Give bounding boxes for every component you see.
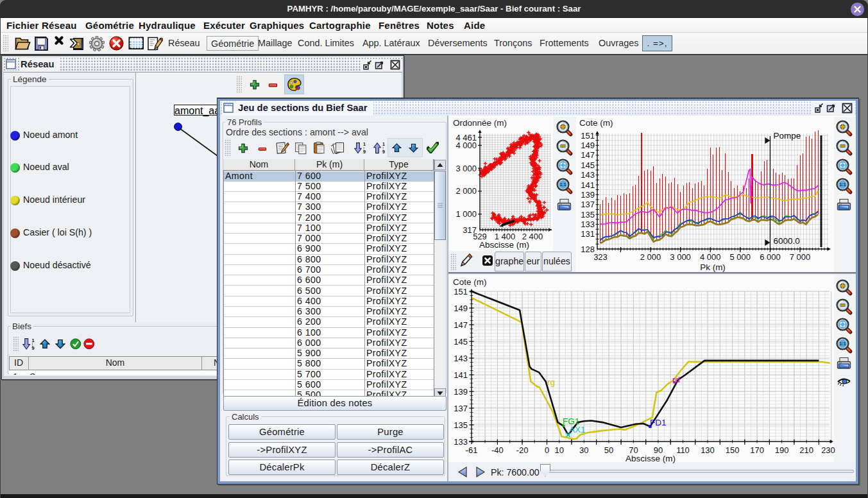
svg-text:137: 137 xyxy=(454,404,468,413)
svg-text:10: 10 xyxy=(555,445,564,455)
svg-text:9: 9 xyxy=(31,345,34,350)
svg-text:0: 0 xyxy=(545,445,549,455)
svg-text:AX1: AX1 xyxy=(569,425,586,434)
svg-text:139: 139 xyxy=(581,190,595,200)
svg-text:130: 130 xyxy=(701,445,715,455)
svg-text:147: 147 xyxy=(454,320,468,330)
svg-text:rg: rg xyxy=(547,377,555,387)
svg-text:6000.0: 6000.0 xyxy=(773,236,799,246)
svg-text:2 000: 2 000 xyxy=(455,186,477,196)
svg-text:rd: rd xyxy=(672,375,680,384)
svg-text:Abscisse (m): Abscisse (m) xyxy=(479,240,529,250)
svg-text:137: 137 xyxy=(581,200,595,209)
svg-text:2 000: 2 000 xyxy=(640,252,661,262)
svg-text:Pk (m): Pk (m) xyxy=(700,262,726,272)
svg-text:9: 9 xyxy=(363,149,366,154)
svg-text:50: 50 xyxy=(604,445,613,455)
svg-text:210: 210 xyxy=(799,445,813,455)
svg-text:4 000: 4 000 xyxy=(455,141,477,150)
svg-text:135: 135 xyxy=(581,210,595,219)
svg-text:149: 149 xyxy=(454,304,468,313)
svg-text:6 000: 6 000 xyxy=(760,252,781,262)
svg-text:FD1: FD1 xyxy=(650,418,667,427)
svg-text:151: 151 xyxy=(454,287,468,296)
svg-text:230: 230 xyxy=(821,445,835,455)
svg-text:190: 190 xyxy=(775,445,789,455)
svg-text:Cote (m): Cote (m) xyxy=(579,118,613,128)
svg-text:7 000: 7 000 xyxy=(790,252,811,262)
svg-text:135: 135 xyxy=(454,420,468,430)
svg-text:-61: -61 xyxy=(466,445,478,455)
svg-text:4 000: 4 000 xyxy=(700,252,721,262)
svg-text:151: 151 xyxy=(581,131,595,141)
svg-text:30: 30 xyxy=(579,445,588,455)
svg-text:133: 133 xyxy=(581,219,595,229)
svg-text:Cote (m): Cote (m) xyxy=(453,277,487,287)
svg-text:1:1: 1:1 xyxy=(839,182,846,187)
svg-text:9: 9 xyxy=(382,149,385,154)
svg-text:3 000: 3 000 xyxy=(455,164,477,173)
svg-text:1: 1 xyxy=(31,338,34,343)
svg-text:Ordonnée (m): Ordonnée (m) xyxy=(453,118,507,128)
svg-text:143: 143 xyxy=(581,170,595,180)
svg-text:141: 141 xyxy=(454,370,468,380)
svg-text:170: 170 xyxy=(750,445,764,455)
svg-text:1 000: 1 000 xyxy=(455,209,477,219)
svg-text:-40: -40 xyxy=(491,445,504,455)
svg-text:128: 128 xyxy=(581,245,595,254)
svg-text:149: 149 xyxy=(581,141,595,150)
svg-text:131: 131 xyxy=(581,229,595,239)
svg-text:145: 145 xyxy=(454,337,468,347)
svg-text:Pompe: Pompe xyxy=(773,131,801,141)
svg-text:110: 110 xyxy=(676,445,690,455)
svg-text:141: 141 xyxy=(581,180,595,190)
svg-text:1: 1 xyxy=(363,142,366,147)
svg-text:150: 150 xyxy=(726,445,740,455)
svg-text:5 000: 5 000 xyxy=(730,252,751,262)
svg-text:323: 323 xyxy=(593,252,608,262)
svg-text:143: 143 xyxy=(454,354,468,363)
svg-text:147: 147 xyxy=(581,150,595,160)
svg-text:Abscisse (m): Abscisse (m) xyxy=(625,454,676,463)
svg-text:139: 139 xyxy=(454,387,468,397)
svg-text:145: 145 xyxy=(581,160,595,170)
svg-text:1: 1 xyxy=(382,142,385,147)
svg-text:3 000: 3 000 xyxy=(670,252,691,262)
svg-text:-20: -20 xyxy=(516,445,529,455)
